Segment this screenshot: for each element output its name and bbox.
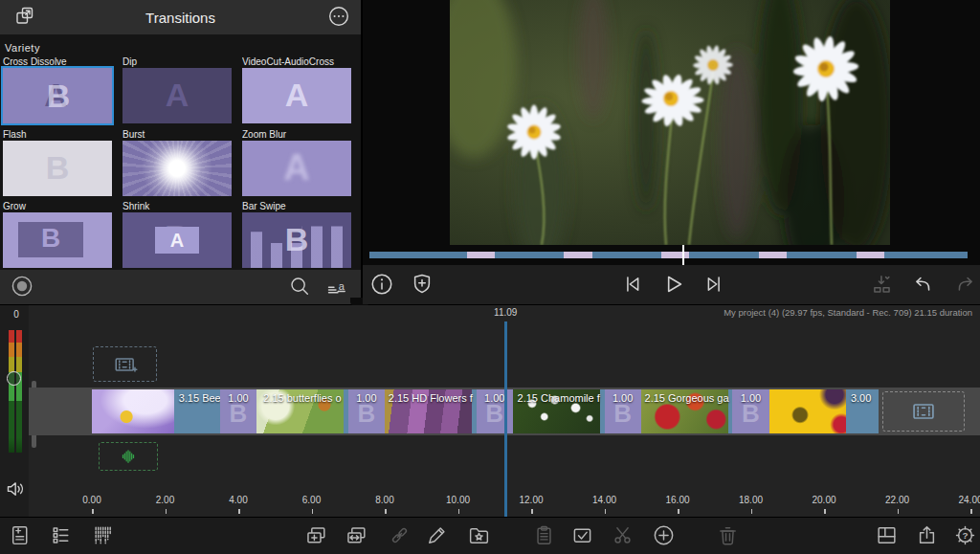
scrubber-segment-video[interactable] xyxy=(689,252,759,258)
timeline-clip-video[interactable]: 2.15 Gorgeous ga xyxy=(641,389,733,433)
volume-knob[interactable] xyxy=(7,371,21,386)
timeline-clip-transition[interactable]: B1.00 xyxy=(348,389,385,433)
timeline-clip-transition[interactable]: B1.00 xyxy=(220,389,256,433)
scrubber-segment-video[interactable] xyxy=(592,252,662,258)
scrubber-segment-transition[interactable] xyxy=(467,252,495,258)
scrubber-segment-video[interactable] xyxy=(787,252,857,258)
timeline-clip-video[interactable]: 2.15 butterflies o xyxy=(256,389,348,433)
share-export-icon[interactable] xyxy=(913,523,940,550)
ruler-tick xyxy=(898,509,900,514)
panel-title: Transitions xyxy=(0,10,361,26)
scrubber-segment-video[interactable] xyxy=(495,252,565,258)
clip-label: 2.15 butterflies o xyxy=(263,392,341,404)
timeline-clip-video[interactable]: 3.15 Bee xyxy=(92,389,220,433)
link-clips-icon[interactable] xyxy=(386,523,412,550)
timeline-clip-video[interactable]: 2.15 Chamomile f xyxy=(513,389,605,433)
audio-track-placeholder[interactable] xyxy=(99,442,158,471)
bottom-toolbar: ? xyxy=(0,518,980,554)
undo-icon[interactable] xyxy=(909,271,938,299)
shield-plus-icon[interactable] xyxy=(408,271,436,299)
clip-thumbnail xyxy=(769,389,846,433)
more-options-icon[interactable] xyxy=(325,5,352,30)
scrubber-segment-transition[interactable] xyxy=(661,252,689,258)
paste-icon[interactable] xyxy=(530,523,557,550)
clip-label: 3.15 Bee xyxy=(179,392,220,404)
transition-tile-shrink[interactable]: ShrinkBA xyxy=(122,201,232,268)
ruler-label: 24.00 xyxy=(949,495,980,505)
ruler-tick xyxy=(678,509,679,514)
clip-label: 2.15 Chamomile f xyxy=(518,392,600,404)
ruler-tick xyxy=(385,509,387,514)
timeline-clip-transition[interactable]: B1.00 xyxy=(477,389,513,433)
clip-label: 1.00 xyxy=(741,392,761,404)
timeline-clip-video[interactable]: 3.00 xyxy=(769,389,880,433)
timeline-clip-transition[interactable]: B1.00 xyxy=(732,389,768,433)
tile-label: Cross Dissolve xyxy=(3,56,112,68)
scrubber-segment-transition[interactable] xyxy=(857,252,884,258)
scrubber-segment-video[interactable] xyxy=(369,252,467,258)
info-icon[interactable] xyxy=(368,271,396,299)
edit-pencil-icon[interactable] xyxy=(423,523,450,550)
overwrite-clip-icon[interactable] xyxy=(343,523,369,550)
timeline-clip-transition[interactable]: B1.00 xyxy=(605,389,641,433)
tile-label: Zoom Blur xyxy=(242,129,351,141)
speaker-icon[interactable] xyxy=(4,477,27,500)
panel-footer: a xyxy=(0,270,361,304)
keyframe-extract-icon[interactable] xyxy=(868,271,897,299)
scrubber-playhead[interactable] xyxy=(682,245,684,265)
skip-forward-icon[interactable] xyxy=(700,271,728,299)
screen-layout-icon[interactable] xyxy=(873,523,900,550)
record-icon[interactable] xyxy=(9,275,35,299)
skip-back-icon[interactable] xyxy=(618,271,647,299)
transition-tile-bar-swipe[interactable]: Bar SwipeB xyxy=(242,201,351,268)
project-info: My project (4) (29.97 fps, Standard - Re… xyxy=(724,307,972,318)
add-circle-icon[interactable] xyxy=(650,523,677,550)
timeline-clip-video[interactable]: 2.15 HD Flowers f xyxy=(385,389,477,433)
transition-tile-burst[interactable]: Burst xyxy=(122,129,232,196)
ruler-label: 20.00 xyxy=(803,495,845,505)
append-clip-placeholder[interactable] xyxy=(882,391,965,432)
scrubber-segment-transition[interactable] xyxy=(759,252,787,258)
svg-text:?: ? xyxy=(962,530,968,541)
tile-label: Shrink xyxy=(122,201,232,212)
clip-label: 1.00 xyxy=(228,392,248,404)
scrubber-segment-transition[interactable] xyxy=(564,252,591,258)
preview-scrubber[interactable] xyxy=(369,252,968,258)
transition-tile-zoom-blur[interactable]: Zoom BlurA xyxy=(242,129,351,196)
transition-tile-grow[interactable]: GrowB xyxy=(3,201,112,268)
ruler-label: 14.00 xyxy=(584,495,626,505)
search-icon[interactable] xyxy=(286,275,313,299)
split-scissors-icon[interactable] xyxy=(609,523,635,550)
ruler-tick xyxy=(92,509,94,514)
sort-az-icon[interactable]: a xyxy=(323,275,350,299)
track-layout-icon[interactable] xyxy=(89,523,116,550)
clip-label: 1.00 xyxy=(356,392,376,404)
transition-tile-flash[interactable]: FlashB xyxy=(3,129,112,196)
clip-presets-icon[interactable] xyxy=(465,523,492,550)
ruler-tick xyxy=(605,509,607,514)
ruler-tick xyxy=(312,509,314,514)
transition-tile-cross-dissolve[interactable]: Cross DissolveAB xyxy=(3,56,112,123)
redo-icon[interactable] xyxy=(950,271,979,299)
import-project-icon[interactable] xyxy=(7,523,33,550)
scrubber-segment-video[interactable] xyxy=(884,252,968,258)
clip-list-icon[interactable] xyxy=(47,523,74,550)
tile-thumbnail: B xyxy=(3,141,112,196)
timeline-playhead[interactable] xyxy=(504,321,507,517)
delete-trash-icon[interactable] xyxy=(714,523,741,550)
ruler-label: 2.00 xyxy=(145,495,187,505)
help-settings-icon[interactable]: ? xyxy=(951,523,978,550)
overlay-track-placeholder[interactable] xyxy=(93,346,157,382)
ruler-tick xyxy=(458,509,460,514)
insert-clip-icon[interactable] xyxy=(302,523,329,550)
category-label: Variety xyxy=(5,42,40,54)
transitions-panel: Transitions Variety Cross DissolveABDipA… xyxy=(0,0,361,304)
transition-tile-videocut[interactable]: VideoCut-AudioCrossA xyxy=(242,56,351,123)
ruler-label: 8.00 xyxy=(364,495,406,505)
preview-controls xyxy=(363,265,980,304)
multi-select-icon[interactable] xyxy=(568,523,595,550)
play-icon[interactable] xyxy=(658,271,687,299)
transition-tile-dip[interactable]: DipA xyxy=(122,56,232,123)
ruler-label: 4.00 xyxy=(217,495,259,505)
tile-label: Bar Swipe xyxy=(242,201,351,212)
